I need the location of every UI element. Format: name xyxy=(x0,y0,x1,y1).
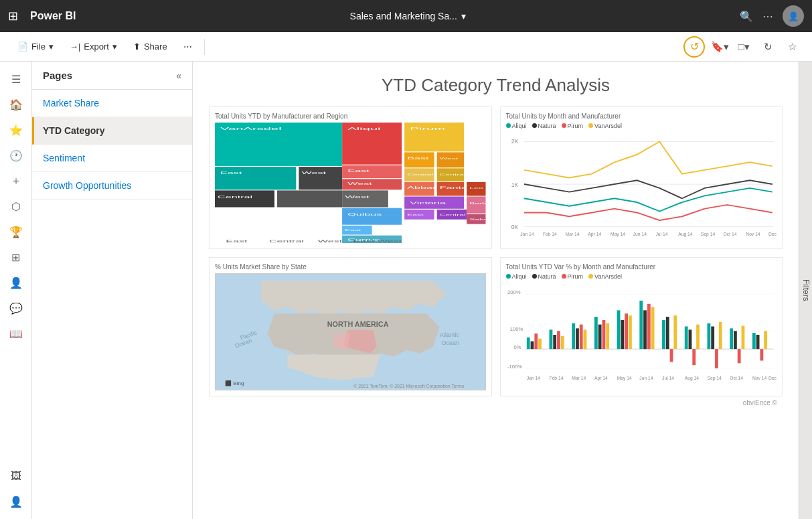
treemap-chart: Total Units YTD by Manufacturer and Regi… xyxy=(209,106,492,249)
svg-text:Central: Central xyxy=(440,173,466,176)
barchart-legend-natura: Natura xyxy=(532,273,556,280)
svg-text:Victoria: Victoria xyxy=(410,202,446,205)
sidebar-profile-icon[interactable]: 👤 xyxy=(4,490,28,514)
sidebar-workspaces-icon[interactable]: ⊞ xyxy=(4,245,28,269)
pages-collapse-button[interactable]: « xyxy=(176,70,181,81)
page-item-market-share[interactable]: Market Share xyxy=(32,90,192,117)
title-dropdown-icon[interactable]: ▾ xyxy=(461,11,466,21)
svg-text:1K: 1K xyxy=(511,181,518,188)
svg-text:Oct 14: Oct 14 xyxy=(723,232,736,236)
sidebar-goals-icon[interactable]: 🏆 xyxy=(4,220,28,244)
page-item-sentiment[interactable]: Sentiment xyxy=(32,145,192,172)
sidebar-learn-icon[interactable]: 📖 xyxy=(4,321,28,346)
sidebar-apps-icon[interactable]: ⬡ xyxy=(4,194,28,218)
sidebar-chat-icon[interactable]: 💬 xyxy=(4,296,28,320)
svg-rect-114 xyxy=(665,317,669,349)
svg-rect-106 xyxy=(621,320,624,349)
avatar[interactable]: 👤 xyxy=(783,5,804,27)
svg-text:Fanta: Fanta xyxy=(440,186,468,190)
more-toolbar-icon: ⋯ xyxy=(183,42,192,52)
sidebar-create-icon[interactable]: ＋ xyxy=(4,169,28,193)
favorite-button[interactable]: ☆ xyxy=(783,38,801,56)
barchart: Total Units YTD Var % by Month and Manuf… xyxy=(500,257,783,396)
map-chart: % Units Market Share by State xyxy=(209,257,492,396)
barchart-legend: Aliqui Natura Pirum VanArsdel xyxy=(506,273,777,280)
refresh-button[interactable]: ↻ xyxy=(758,38,777,56)
export-label: Export xyxy=(84,42,109,52)
svg-text:Aug 14: Aug 14 xyxy=(684,376,699,381)
svg-text:Central: Central xyxy=(269,240,304,243)
file-button[interactable]: 📄 File ▾ xyxy=(11,38,60,55)
svg-text:West: West xyxy=(378,240,402,243)
svg-rect-116 xyxy=(673,315,677,349)
svg-rect-92 xyxy=(538,339,542,349)
more-options-icon[interactable]: ⋯ xyxy=(762,10,773,23)
svg-rect-126 xyxy=(733,331,736,349)
barchart-label: Total Units YTD Var % by Month and Manuf… xyxy=(506,263,777,271)
svg-text:East: East xyxy=(353,240,375,243)
barchart-legend-aliqui: Aliqui xyxy=(506,273,527,280)
sidebar-recent-icon[interactable]: 🕐 xyxy=(4,143,28,167)
sidebar-gallery-icon[interactable]: 🖼 xyxy=(4,464,28,488)
svg-rect-90 xyxy=(530,342,534,350)
svg-text:Aliqui: Aliqui xyxy=(347,127,380,131)
svg-text:0K: 0K xyxy=(511,224,518,230)
page-item-growth-opportunities[interactable]: Growth Opportunities xyxy=(32,172,192,200)
svg-text:© 2021 TomTom, © 2021 Microsof: © 2021 TomTom, © 2021 Microsoft Corporat… xyxy=(353,384,465,389)
svg-rect-117 xyxy=(684,326,687,349)
svg-rect-125 xyxy=(730,328,733,349)
svg-text:Oct 14: Oct 14 xyxy=(730,376,743,380)
svg-text:Jul 14: Jul 14 xyxy=(655,232,667,236)
svg-text:May 14: May 14 xyxy=(617,376,631,381)
svg-text:East: East xyxy=(407,214,424,216)
legend-aliqui: Aliqui xyxy=(506,123,527,129)
share-button[interactable]: ⬆ Share xyxy=(127,38,174,55)
waffle-icon[interactable]: ⊞ xyxy=(8,9,18,23)
treemap-container: VanArsdel East Central West xyxy=(215,123,486,243)
svg-rect-7 xyxy=(299,167,342,190)
svg-text:-100%: -100% xyxy=(507,364,521,370)
topbar: ⊞ Power BI Sales and Marketing Sa... ▾ 🔍… xyxy=(0,0,812,32)
search-icon[interactable]: 🔍 xyxy=(740,10,753,23)
svg-text:2K: 2K xyxy=(511,138,518,145)
sidebar-favorites-icon[interactable]: ⭐ xyxy=(4,118,28,142)
view-icon: □ xyxy=(738,41,744,52)
topbar-right-actions: 🔍 ⋯ 👤 xyxy=(740,5,804,27)
svg-text:Central: Central xyxy=(218,196,252,199)
svg-text:0%: 0% xyxy=(513,344,521,350)
svg-rect-91 xyxy=(534,333,538,349)
report-title: YTD Category Trend Analysis xyxy=(209,75,783,96)
bookmark-dropdown-icon: ▾ xyxy=(724,41,729,53)
bookmark-button[interactable]: 🔖 ▾ xyxy=(710,38,729,56)
svg-text:Bast: Bast xyxy=(407,156,429,159)
brand-logo: Power BI xyxy=(30,10,76,22)
page-item-ytd-category[interactable]: YTD Category xyxy=(32,117,192,145)
svg-rect-119 xyxy=(692,349,696,365)
sidebar-home-icon[interactable]: 🏠 xyxy=(4,92,28,117)
more-toolbar-button[interactable]: ⋯ xyxy=(177,38,199,55)
svg-text:Sep 14: Sep 14 xyxy=(700,232,715,237)
pages-panel: Pages « Market Share YTD Category Sentim… xyxy=(32,62,193,519)
map-label: % Units Market Share by State xyxy=(215,263,486,271)
svg-rect-123 xyxy=(715,349,718,368)
view-button[interactable]: □ ▾ xyxy=(734,38,753,56)
svg-text:Ocean: Ocean xyxy=(442,340,459,346)
export-button[interactable]: →| Export ▾ xyxy=(63,38,124,55)
svg-rect-111 xyxy=(647,304,650,349)
content-area: YTD Category Trend Analysis Total Units … xyxy=(193,62,799,519)
sidebar-people-icon[interactable]: 👤 xyxy=(4,271,28,295)
svg-text:East: East xyxy=(220,171,242,175)
file-label: File xyxy=(31,42,46,52)
barchart-legend-pirum: Pirum xyxy=(562,273,584,280)
filters-panel[interactable]: Filters xyxy=(799,62,812,519)
undo-button[interactable]: ↺ xyxy=(683,36,705,58)
svg-text:Pirum: Pirum xyxy=(410,127,445,131)
svg-text:Abbas: Abbas xyxy=(407,186,438,190)
svg-text:Mar 14: Mar 14 xyxy=(565,232,579,236)
svg-rect-124 xyxy=(718,322,722,349)
svg-text:East: East xyxy=(347,169,370,173)
sidebar-menu-icon[interactable]: ☰ xyxy=(4,67,28,91)
view-dropdown-icon: ▾ xyxy=(744,41,750,53)
svg-rect-109 xyxy=(639,301,643,349)
svg-text:Central: Central xyxy=(407,173,433,176)
